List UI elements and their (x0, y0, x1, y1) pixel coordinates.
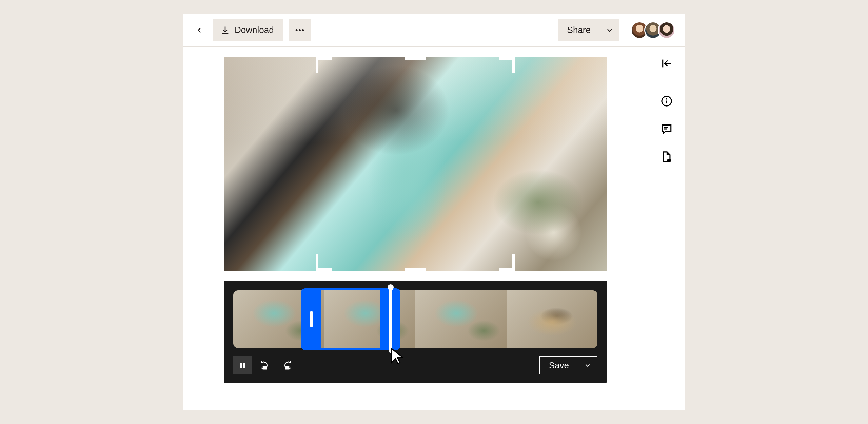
collapse-panel-icon (661, 58, 672, 69)
svg-point-2 (302, 29, 304, 31)
file-preview-window: Download Share (183, 14, 685, 410)
more-horizontal-icon (294, 25, 305, 36)
rotate-left-button[interactable] (256, 356, 274, 374)
crop-corner-bottom-right[interactable] (499, 254, 515, 271)
pause-icon (238, 361, 246, 369)
top-toolbar: Download Share (183, 14, 685, 47)
svg-rect-3 (240, 363, 242, 368)
svg-point-14 (667, 159, 671, 162)
crop-corner-top-left[interactable] (316, 57, 332, 73)
timeline-thumbnail (324, 290, 416, 348)
svg-rect-4 (243, 363, 245, 368)
save-button[interactable]: Save (539, 356, 578, 374)
comments-button[interactable] (660, 122, 673, 136)
svg-point-11 (666, 98, 667, 100)
timeline-thumbnail (415, 290, 507, 348)
collaborator-avatars (631, 21, 675, 39)
collapse-panel-button[interactable] (648, 47, 685, 80)
share-options-button[interactable] (600, 19, 619, 41)
svg-rect-5 (263, 366, 267, 369)
back-button[interactable] (191, 22, 208, 38)
info-button[interactable] (660, 94, 673, 108)
video-preview[interactable] (224, 57, 607, 271)
svg-point-1 (299, 29, 301, 31)
share-button[interactable]: Share (558, 19, 600, 41)
avatar[interactable] (658, 21, 675, 39)
svg-point-0 (295, 29, 297, 31)
editor-controls: Save (233, 356, 597, 374)
more-actions-button[interactable] (289, 19, 311, 41)
timeline[interactable] (233, 290, 597, 348)
thumbnail-strip (233, 290, 597, 348)
download-label: Download (235, 25, 274, 35)
rotate-right-icon (282, 360, 292, 370)
pause-button[interactable] (233, 356, 252, 374)
save-label: Save (549, 360, 569, 371)
timeline-editor: Save (224, 281, 607, 383)
save-options-button[interactable] (578, 356, 597, 374)
selection-border (321, 288, 380, 290)
crop-corner-bottom-left[interactable] (316, 254, 332, 271)
canvas-area: Save (183, 47, 648, 410)
svg-rect-6 (285, 366, 290, 369)
chevron-down-icon (584, 362, 591, 369)
playhead[interactable] (389, 286, 392, 353)
crop-corner-top-right[interactable] (499, 57, 515, 73)
side-rail (648, 47, 685, 410)
file-activity-icon (661, 151, 672, 162)
share-label: Share (567, 25, 591, 35)
rotate-right-button[interactable] (278, 356, 296, 374)
trim-handle-left[interactable] (301, 288, 321, 350)
crop-edge-top[interactable] (405, 57, 426, 60)
crop-edge-bottom[interactable] (405, 268, 426, 271)
save-button-group: Save (539, 356, 597, 374)
selection-border (321, 348, 380, 350)
video-frame (224, 57, 607, 271)
rotate-left-icon (260, 360, 270, 370)
file-activity-button[interactable] (660, 150, 673, 163)
info-icon (661, 95, 672, 107)
download-button[interactable]: Download (213, 19, 283, 41)
download-icon (220, 25, 230, 35)
back-icon (195, 26, 204, 35)
body: Save (183, 47, 685, 410)
comment-icon (661, 123, 672, 135)
timeline-thumbnail (507, 290, 598, 348)
chevron-down-icon (606, 26, 614, 34)
